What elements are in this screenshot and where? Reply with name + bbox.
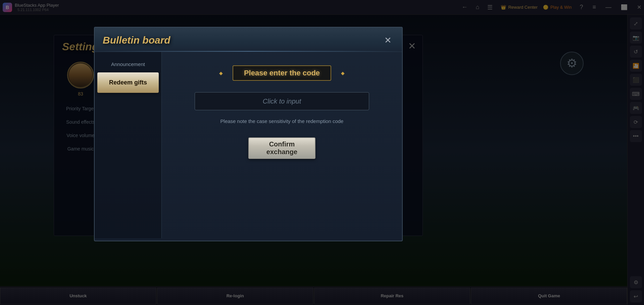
bulletin-tab-list: Announcement Redeem gifts (95, 52, 162, 238)
confirm-exchange-button[interactable]: Confirm exchange (248, 137, 315, 159)
tab-announcement[interactable]: Announcement (95, 57, 161, 71)
tab-redeem-gifts[interactable]: Redeem gifts (97, 72, 159, 93)
bulletin-close-button[interactable]: ✕ (382, 34, 394, 46)
code-input-placeholder: Click to input (263, 98, 301, 105)
code-note: Please note the case sensitivity of the … (220, 118, 344, 124)
redeem-gifts-content: Please enter the code Click to input Ple… (162, 52, 402, 238)
code-input-box[interactable]: Click to input (195, 92, 369, 110)
bulletin-title: Bulletin board (103, 35, 170, 46)
code-title-badge: Please enter the code (219, 62, 345, 84)
bulletin-board-modal: Bulletin board ✕ Announcement Redeem gif… (94, 27, 403, 241)
bulletin-body: Announcement Redeem gifts Please enter t… (95, 52, 402, 238)
confirm-exchange-label: Confirm exchange (266, 140, 297, 156)
bulletin-header: Bulletin board ✕ (95, 27, 402, 52)
code-title-text: Please enter the code (233, 65, 331, 81)
